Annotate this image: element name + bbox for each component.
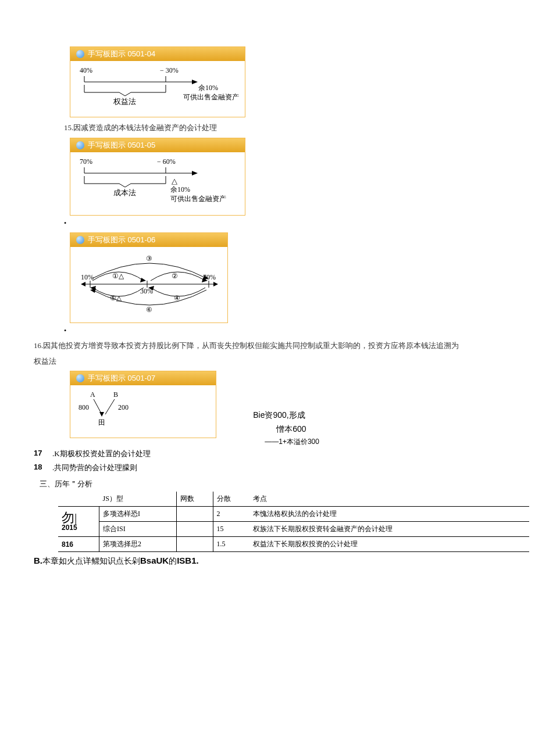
footer-mid: 本章如火点详鳏知识点长剁 — [42, 556, 140, 565]
item-18: 18 .共同势营的会计处理朦则 — [34, 463, 506, 473]
item-18-num: 18 — [34, 463, 48, 473]
diagram-07-title: 手写板图示 0501-07 — [88, 373, 155, 384]
globe-icon — [76, 236, 84, 244]
cell-type: 多项选样恐I — [99, 507, 177, 522]
cell-count — [176, 507, 213, 522]
diagram-0501-07-row: 手写板图示 0501-07 A B 800 200 田 Bie资900,形成 憎… — [70, 371, 506, 445]
diagram-0501-04: 手写板图示 0501-04 40% − 30% 权 — [70, 46, 506, 117]
svg-marker-3 — [192, 80, 198, 84]
svg-line-20 — [119, 184, 125, 187]
table-row: 勿| 2015 多项选样恐I 2 本愧法格权执法的会计处理 — [58, 507, 529, 522]
diagram-06-title: 手写板图示 0501-06 — [88, 235, 155, 245]
svg-text:①△: ①△ — [112, 272, 124, 280]
cell-topic: 本愧法格权执法的会计处理 — [249, 507, 530, 522]
bullet-dot-2: • — [64, 327, 506, 335]
diagram-05-svg: 70% − 60% △ 成本法 余10% 可供出售金融资产 — [79, 157, 239, 209]
d04-30: − 30% — [160, 66, 179, 74]
item-17-text: .K期极权投资处置的会计处理 — [52, 449, 151, 459]
d04-rest: 余10% — [198, 84, 218, 92]
svg-text:②: ② — [172, 272, 178, 280]
footer-b1: BsaUK — [140, 556, 169, 565]
cell-count — [176, 522, 213, 537]
svg-text:B: B — [113, 390, 118, 399]
footer-b: B. — [34, 556, 42, 565]
cell-score: 2 — [213, 507, 249, 522]
svg-text:200: 200 — [118, 403, 129, 411]
svg-marker-30 — [213, 282, 218, 286]
table-row: 综合ISI 15 权族法下长期股权投资转金融资产的会计处理 — [58, 522, 529, 537]
para-16: 16.因其他投资方增资导致本投资方持股比例下降，从而丧失控制权但能实施共同控制或… — [34, 340, 506, 352]
cell-topic: 权益法下长期股权投资的公计处理 — [249, 537, 530, 552]
svg-text:田: 田 — [98, 418, 105, 427]
svg-text:可供出售金融资产: 可供出售金融资产 — [170, 195, 226, 203]
diagram-05-title: 手写板图示 0501-05 — [88, 140, 155, 151]
item-17-num: 17 — [34, 449, 48, 459]
cell-type: 综合ISI — [99, 522, 177, 537]
diagram-0501-06: 手写板图示 0501-06 10% 30% 70% — [70, 232, 506, 323]
analysis-table: JS）型 网数 分散 考点 勿| 2015 多项选样恐I 2 本愧法格权执法的会… — [58, 492, 529, 552]
diagram-07-sidetext: Bie资900,形成 憎本600 ——1+本溢价300 — [253, 410, 319, 445]
svg-text:10%: 10% — [81, 273, 94, 281]
globe-icon — [76, 141, 84, 149]
diagram-05-header: 手写板图示 0501-05 — [70, 138, 245, 152]
table-header-row: JS）型 网数 分散 考点 — [58, 492, 529, 507]
d07-line3: ——1+本溢价300 — [265, 438, 319, 445]
svg-text:③: ③ — [146, 255, 152, 263]
diagram-04-title: 手写板图示 0501-04 — [88, 49, 155, 59]
svg-line-8 — [119, 92, 125, 96]
d07-line1: Bie资900,形成 — [253, 410, 305, 420]
bullet-dot-1: • — [64, 219, 506, 228]
svg-text:A: A — [90, 390, 95, 399]
svg-text:70%: 70% — [80, 157, 92, 166]
footer-line: B.本章如火点详鳏知识点长剁BsaUK的ISB1. — [34, 556, 506, 567]
svg-line-9 — [125, 92, 131, 96]
cell-topic: 权族法下长期股权投资转金融资产的会计处理 — [249, 522, 530, 537]
d04-40: 40% — [80, 66, 92, 74]
section-three-title: 三、历年＂分析 — [40, 479, 506, 489]
d04-asset: 可供出售金融资产 — [183, 93, 239, 101]
svg-text:800: 800 — [79, 403, 89, 411]
diagram-07-header: 手写板图示 0501-07 — [70, 371, 216, 385]
th-type: JS）型 — [99, 492, 177, 507]
th-score: 分散 — [213, 492, 249, 507]
item-17: 17 .K期极权投资处置的会计处理 — [34, 449, 506, 459]
globe-icon — [76, 374, 84, 382]
d07-line2: 憎本600 — [276, 424, 306, 433]
svg-marker-31 — [81, 282, 85, 286]
para-15: 15.因减资造成的本钱法转金融资产的会计处理 — [64, 122, 506, 134]
analysis-table-wrap: JS）型 网数 分散 考点 勿| 2015 多项选样恐I 2 本愧法格权执法的会… — [58, 492, 529, 552]
svg-line-52 — [105, 399, 115, 414]
diagram-04-header: 手写板图示 0501-04 — [70, 47, 245, 61]
document-page: 手写板图示 0501-04 40% − 30% 权 — [0, 0, 535, 590]
svg-marker-15 — [192, 171, 198, 175]
para-16b: 权益法 — [34, 356, 506, 368]
footer-mid2: 的 — [169, 556, 177, 565]
diagram-0501-05: 手写板图示 0501-05 70% − 60% △ — [70, 138, 506, 216]
item-18-text: .共同势营的会计处理朦则 — [52, 463, 137, 473]
year-816: 816 — [58, 537, 99, 552]
year-2015: 2015 — [62, 524, 95, 532]
svg-text:余10%: 余10% — [170, 185, 190, 194]
svg-line-21 — [125, 184, 131, 187]
th-count: 网数 — [176, 492, 213, 507]
svg-text:⑥: ⑥ — [146, 306, 152, 314]
d04-method: 权益法 — [113, 97, 136, 106]
cell-type: 第项选择思2 — [99, 537, 177, 552]
para-16-text: 16.因其他投资方增资导致本投资方持股比例下降，从而丧失控制权但能实施共同控制或… — [34, 341, 459, 350]
svg-marker-35 — [140, 278, 146, 282]
svg-text:△: △ — [172, 177, 177, 185]
diagram-06-svg: 10% 30% 70% ①△ ② ③ ④ — [79, 252, 222, 317]
th-topic: 考点 — [249, 492, 530, 507]
cell-score: 1.5 — [213, 537, 249, 552]
diagram-06-header: 手写板图示 0501-06 — [70, 233, 227, 247]
table-row: 816 第项选择思2 1.5 权益法下长期股权投资的公计处理 — [58, 537, 529, 552]
year-glyph: 勿| — [62, 512, 95, 524]
cell-score: 15 — [213, 522, 249, 537]
globe-icon — [76, 50, 84, 58]
diagram-07-svg: A B 800 200 田 — [79, 390, 160, 428]
footer-b2: ISB1. — [177, 556, 199, 565]
svg-marker-53 — [99, 412, 104, 417]
cell-count — [176, 537, 213, 552]
svg-text:成本法: 成本法 — [113, 188, 136, 197]
diagram-04-svg: 40% − 30% 权益法 余10% 可供出售金融资产 — [79, 66, 239, 111]
